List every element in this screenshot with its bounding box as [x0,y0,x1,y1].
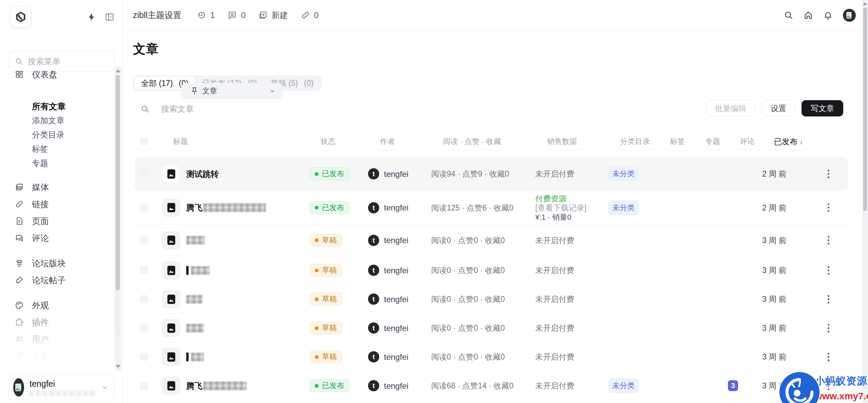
scroll-down-icon[interactable] [116,365,120,368]
author-cell[interactable]: ttengfei [368,235,408,246]
sidebar-item-5[interactable]: 页面 [0,213,115,230]
table-row[interactable]: 草稿ttengfei阅读0 · 点赞0 · 收藏0未开启付费3 周 前 [135,314,848,343]
price-sales-label: ¥:1 · 销量0 [535,212,586,221]
download-log-link[interactable]: [查看下载记录] [535,203,586,212]
row-checkbox[interactable] [140,267,148,274]
post-title[interactable] [186,295,202,304]
site-title[interactable]: zibll主题设置 [133,10,181,21]
appearance-icon [15,301,24,310]
table-row[interactable]: 腾飞已发布ttengfei阅读68 · 点赞14 · 收藏0未开启付费未分类33… [135,371,848,400]
sidebar: 仪表盘文章所有文章添加文章分类目录标签专题媒体链接页面评论论坛版块论坛帖子外观插… [0,0,123,403]
search-icon [15,57,23,66]
sidebar-item-3[interactable]: 媒体 [0,179,115,196]
row-checkbox[interactable] [140,382,148,389]
row-checkbox[interactable] [140,237,148,244]
comment-count-badge[interactable]: 3 [728,380,738,391]
row-checkbox[interactable] [140,204,148,212]
sidebar-subitem[interactable]: 添加文章 [0,113,115,128]
page-scrollbar-thumb[interactable] [863,7,867,211]
row-menu-button[interactable] [822,350,835,364]
post-title[interactable] [186,352,204,361]
post-title[interactable] [186,236,205,245]
avatar[interactable] [843,9,856,22]
links-group[interactable]: 0 [301,11,319,20]
sidebar-subitem[interactable]: 分类目录 [0,128,115,142]
author-cell[interactable]: ttengfei [368,380,408,391]
quick-actions-icon[interactable] [87,13,96,21]
row-menu-button[interactable] [822,234,835,247]
sidebar-item-13[interactable]: 用户 [0,331,115,348]
table-row[interactable]: 草稿ttengfei阅读0 · 点赞0 · 收藏0未开启付费3 周 前 [135,285,848,314]
row-menu-button[interactable] [822,321,835,335]
sidebar-item-12[interactable]: 插件 [0,314,115,331]
sidebar-subitem[interactable]: 标签 [0,142,115,156]
row-checkbox[interactable] [140,353,148,361]
history-icon [197,11,206,20]
home-icon[interactable] [804,11,813,20]
bell-icon[interactable] [823,11,833,20]
sidebar-subitem[interactable]: 所有文章 [0,99,115,113]
sidebar-item-11[interactable]: 外观 [0,297,115,314]
comment-count: 0 [241,11,245,20]
sidebar-item-6[interactable]: 评论 [0,230,115,246]
row-menu-button[interactable] [822,263,835,277]
sidebar-scrollbar-thumb[interactable] [115,75,120,291]
table-row[interactable]: 草稿ttengfei阅读0 · 点赞0 · 收藏0未开启付费3 周 前 [135,343,848,371]
sidebar-item-0[interactable]: 仪表盘 [0,66,115,83]
post-title[interactable] [186,266,210,275]
status-label: 草稿 [322,235,337,245]
sidebar-scrollbar[interactable] [114,67,121,371]
settings-button[interactable]: 设置 [761,100,795,116]
page-scrollbar[interactable] [862,0,868,403]
pin-icon [190,87,199,95]
category-badge[interactable]: 未分类 [608,200,639,215]
revisions-group[interactable]: 1 [197,11,215,20]
post-title[interactable]: 腾飞 [186,202,266,213]
scroll-down-icon[interactable] [863,398,867,401]
bulk-edit-button[interactable]: 批量编辑 [706,100,755,116]
scroll-up-icon[interactable] [863,2,867,5]
scroll-up-icon[interactable] [116,69,120,72]
sidebar-item-14[interactable]: 工具 [0,348,115,365]
row-checkbox[interactable] [140,295,148,303]
new-group[interactable]: 新建 [258,10,288,21]
post-title[interactable]: 腾飞 [186,380,247,391]
column-header-5: 分类目录 [620,136,650,147]
comments-group[interactable]: 0 [228,11,245,20]
sidebar-item-4[interactable]: 链接 [0,196,115,213]
row-menu-button[interactable] [822,379,835,392]
app-logo[interactable] [10,6,31,28]
user-card[interactable]: tengfei [8,374,115,400]
table-row[interactable]: 腾飞已发布ttengfei阅读125 · 点赞6 · 收藏0付费资源[查看下载记… [135,191,848,225]
sidebar-item-1[interactable]: 文章 [182,83,283,99]
table-row[interactable]: 草稿ttengfei阅读0 · 点赞0 · 收藏0未开启付费3 周 前 [135,225,848,256]
table-row[interactable]: 测试跳转已发布ttengfei阅读94 · 点赞9 · 收藏0未开启付费未分类2… [135,157,848,191]
row-checkbox[interactable] [140,324,148,332]
row-menu-button[interactable] [822,167,835,181]
row-menu-button[interactable] [822,201,835,215]
row-menu-button[interactable] [822,292,835,306]
search-icon[interactable] [784,11,793,20]
post-title[interactable] [186,324,204,332]
category-badge[interactable]: 未分类 [608,378,639,393]
author-cell[interactable]: ttengfei [368,323,408,334]
sidebar-search-input[interactable] [28,57,96,66]
search-posts-input[interactable] [161,104,399,114]
post-title[interactable]: 测试跳转 [186,168,219,179]
author-cell[interactable]: ttengfei [368,265,408,276]
collapse-sidebar-icon[interactable] [105,12,114,22]
sidebar-item-9[interactable]: 论坛帖子 [0,272,115,289]
sidebar-item-8[interactable]: 论坛版块 [0,255,115,272]
author-cell[interactable]: ttengfei [368,168,408,180]
author-cell[interactable]: ttengfei [368,202,408,213]
sidebar-subitem[interactable]: 专题 [0,156,115,170]
author-cell[interactable]: ttengfei [368,351,408,363]
table-row[interactable]: 草稿ttengfei阅读0 · 点赞0 · 收藏0未开启付费3 周 前 [135,256,848,285]
select-all-checkbox[interactable] [140,138,148,145]
status-dot-icon [315,172,319,176]
write-post-button[interactable]: 写文章 [802,100,843,116]
category-badge[interactable]: 未分类 [608,166,639,181]
author-cell[interactable]: ttengfei [368,294,408,305]
row-checkbox[interactable] [140,170,148,178]
column-header-9[interactable]: 已发布↓ [774,136,803,147]
